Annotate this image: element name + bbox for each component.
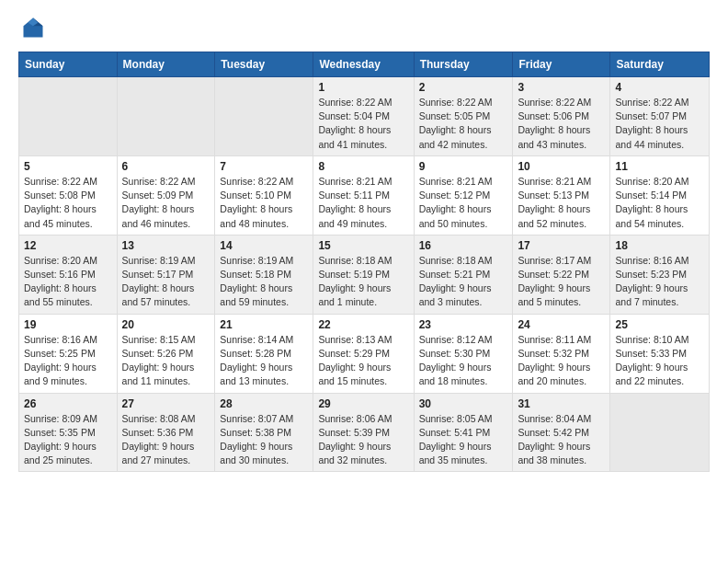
day-info: Sunrise: 8:22 AMSunset: 5:05 PMDaylight:… xyxy=(419,96,508,152)
day-number: 8 xyxy=(318,160,408,173)
day-number: 2 xyxy=(419,81,508,94)
calendar-cell: 2Sunrise: 8:22 AMSunset: 5:05 PMDaylight… xyxy=(414,77,513,156)
day-number: 13 xyxy=(122,239,210,252)
weekday-header-thursday: Thursday xyxy=(414,52,513,77)
weekday-header-wednesday: Wednesday xyxy=(313,52,414,77)
calendar-cell: 3Sunrise: 8:22 AMSunset: 5:06 PMDaylight… xyxy=(513,77,610,156)
calendar-cell: 5Sunrise: 8:22 AMSunset: 5:08 PMDaylight… xyxy=(19,155,118,235)
calendar-cell: 11Sunrise: 8:20 AMSunset: 5:14 PMDayligh… xyxy=(610,155,710,235)
week-row-4: 19Sunrise: 8:16 AMSunset: 5:25 PMDayligh… xyxy=(19,314,710,393)
day-info: Sunrise: 8:15 AMSunset: 5:26 PMDaylight:… xyxy=(122,333,210,389)
calendar-cell xyxy=(117,77,215,156)
calendar-cell: 9Sunrise: 8:21 AMSunset: 5:12 PMDaylight… xyxy=(414,155,513,235)
calendar-cell: 17Sunrise: 8:17 AMSunset: 5:22 PMDayligh… xyxy=(513,235,610,314)
day-info: Sunrise: 8:11 AMSunset: 5:32 PMDaylight:… xyxy=(518,333,605,389)
day-info: Sunrise: 8:22 AMSunset: 5:06 PMDaylight:… xyxy=(518,96,605,152)
weekday-header-tuesday: Tuesday xyxy=(215,52,313,77)
day-number: 17 xyxy=(518,239,605,252)
calendar-cell: 6Sunrise: 8:22 AMSunset: 5:09 PMDaylight… xyxy=(117,155,215,235)
week-row-2: 5Sunrise: 8:22 AMSunset: 5:08 PMDaylight… xyxy=(19,155,710,235)
day-info: Sunrise: 8:22 AMSunset: 5:07 PMDaylight:… xyxy=(615,96,704,152)
day-info: Sunrise: 8:17 AMSunset: 5:22 PMDaylight:… xyxy=(518,254,605,310)
week-row-5: 26Sunrise: 8:09 AMSunset: 5:35 PMDayligh… xyxy=(19,393,710,472)
day-info: Sunrise: 8:19 AMSunset: 5:18 PMDaylight:… xyxy=(220,254,308,310)
day-number: 18 xyxy=(615,239,704,252)
calendar-cell xyxy=(610,393,710,472)
day-info: Sunrise: 8:06 AMSunset: 5:39 PMDaylight:… xyxy=(318,412,408,468)
day-number: 10 xyxy=(518,160,605,173)
day-info: Sunrise: 8:22 AMSunset: 5:08 PMDaylight:… xyxy=(24,175,112,231)
day-number: 7 xyxy=(220,160,308,173)
day-info: Sunrise: 8:22 AMSunset: 5:10 PMDaylight:… xyxy=(220,175,308,231)
calendar-cell: 23Sunrise: 8:12 AMSunset: 5:30 PMDayligh… xyxy=(414,314,513,393)
week-row-1: 1Sunrise: 8:22 AMSunset: 5:04 PMDaylight… xyxy=(19,77,710,156)
calendar-cell: 13Sunrise: 8:19 AMSunset: 5:17 PMDayligh… xyxy=(117,235,215,314)
calendar-cell: 14Sunrise: 8:19 AMSunset: 5:18 PMDayligh… xyxy=(215,235,313,314)
day-info: Sunrise: 8:18 AMSunset: 5:19 PMDaylight:… xyxy=(318,254,408,310)
day-number: 16 xyxy=(419,239,508,252)
day-info: Sunrise: 8:16 AMSunset: 5:23 PMDaylight:… xyxy=(615,254,704,310)
calendar-cell: 29Sunrise: 8:06 AMSunset: 5:39 PMDayligh… xyxy=(313,393,414,472)
calendar-cell: 26Sunrise: 8:09 AMSunset: 5:35 PMDayligh… xyxy=(19,393,118,472)
day-number: 11 xyxy=(615,160,704,173)
day-number: 29 xyxy=(318,397,408,410)
calendar-cell: 27Sunrise: 8:08 AMSunset: 5:36 PMDayligh… xyxy=(117,393,215,472)
day-number: 27 xyxy=(122,397,210,410)
logo-icon xyxy=(20,15,46,40)
day-info: Sunrise: 8:12 AMSunset: 5:30 PMDaylight:… xyxy=(419,333,508,389)
calendar-cell: 25Sunrise: 8:10 AMSunset: 5:33 PMDayligh… xyxy=(610,314,710,393)
calendar-cell: 12Sunrise: 8:20 AMSunset: 5:16 PMDayligh… xyxy=(19,235,118,314)
calendar-cell: 7Sunrise: 8:22 AMSunset: 5:10 PMDaylight… xyxy=(215,155,313,235)
day-info: Sunrise: 8:10 AMSunset: 5:33 PMDaylight:… xyxy=(615,333,704,389)
day-info: Sunrise: 8:05 AMSunset: 5:41 PMDaylight:… xyxy=(419,412,508,468)
header xyxy=(18,15,710,44)
calendar-cell xyxy=(19,77,118,156)
day-info: Sunrise: 8:16 AMSunset: 5:25 PMDaylight:… xyxy=(24,333,112,389)
day-info: Sunrise: 8:21 AMSunset: 5:13 PMDaylight:… xyxy=(518,175,605,231)
day-number: 24 xyxy=(518,318,605,331)
day-number: 15 xyxy=(318,239,408,252)
calendar-cell: 31Sunrise: 8:04 AMSunset: 5:42 PMDayligh… xyxy=(513,393,610,472)
day-number: 4 xyxy=(615,81,704,94)
calendar-cell xyxy=(215,77,313,156)
day-info: Sunrise: 8:13 AMSunset: 5:29 PMDaylight:… xyxy=(318,333,408,389)
day-number: 25 xyxy=(615,318,704,331)
calendar-cell: 21Sunrise: 8:14 AMSunset: 5:28 PMDayligh… xyxy=(215,314,313,393)
day-info: Sunrise: 8:14 AMSunset: 5:28 PMDaylight:… xyxy=(220,333,308,389)
day-number: 22 xyxy=(318,318,408,331)
calendar-cell: 30Sunrise: 8:05 AMSunset: 5:41 PMDayligh… xyxy=(414,393,513,472)
week-row-3: 12Sunrise: 8:20 AMSunset: 5:16 PMDayligh… xyxy=(19,235,710,314)
day-info: Sunrise: 8:04 AMSunset: 5:42 PMDaylight:… xyxy=(518,412,605,468)
day-info: Sunrise: 8:22 AMSunset: 5:09 PMDaylight:… xyxy=(122,175,210,231)
calendar-cell: 24Sunrise: 8:11 AMSunset: 5:32 PMDayligh… xyxy=(513,314,610,393)
day-number: 5 xyxy=(24,160,112,173)
logo xyxy=(18,15,48,44)
calendar-cell: 22Sunrise: 8:13 AMSunset: 5:29 PMDayligh… xyxy=(313,314,414,393)
weekday-header-monday: Monday xyxy=(117,52,215,77)
calendar-cell: 1Sunrise: 8:22 AMSunset: 5:04 PMDaylight… xyxy=(313,77,414,156)
day-number: 28 xyxy=(220,397,308,410)
day-number: 14 xyxy=(220,239,308,252)
calendar-cell: 16Sunrise: 8:18 AMSunset: 5:21 PMDayligh… xyxy=(414,235,513,314)
day-info: Sunrise: 8:22 AMSunset: 5:04 PMDaylight:… xyxy=(318,96,408,152)
day-number: 3 xyxy=(518,81,605,94)
weekday-header-saturday: Saturday xyxy=(610,52,710,77)
day-number: 30 xyxy=(419,397,508,410)
day-number: 26 xyxy=(24,397,112,410)
calendar-cell: 18Sunrise: 8:16 AMSunset: 5:23 PMDayligh… xyxy=(610,235,710,314)
day-info: Sunrise: 8:18 AMSunset: 5:21 PMDaylight:… xyxy=(419,254,508,310)
day-info: Sunrise: 8:08 AMSunset: 5:36 PMDaylight:… xyxy=(122,412,210,468)
day-info: Sunrise: 8:21 AMSunset: 5:12 PMDaylight:… xyxy=(419,175,508,231)
calendar-cell: 19Sunrise: 8:16 AMSunset: 5:25 PMDayligh… xyxy=(19,314,118,393)
calendar-cell: 20Sunrise: 8:15 AMSunset: 5:26 PMDayligh… xyxy=(117,314,215,393)
day-number: 31 xyxy=(518,397,605,410)
day-number: 6 xyxy=(122,160,210,173)
weekday-header-friday: Friday xyxy=(513,52,610,77)
weekday-header-row: SundayMondayTuesdayWednesdayThursdayFrid… xyxy=(19,52,710,77)
calendar-cell: 4Sunrise: 8:22 AMSunset: 5:07 PMDaylight… xyxy=(610,77,710,156)
day-number: 1 xyxy=(318,81,408,94)
day-number: 21 xyxy=(220,318,308,331)
day-number: 19 xyxy=(24,318,112,331)
calendar-cell: 8Sunrise: 8:21 AMSunset: 5:11 PMDaylight… xyxy=(313,155,414,235)
day-number: 20 xyxy=(122,318,210,331)
